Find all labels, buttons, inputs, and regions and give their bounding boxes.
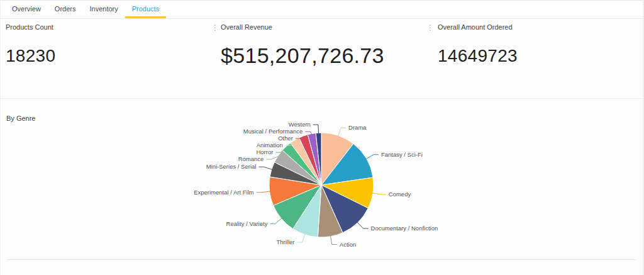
pie-slice-label: Mini-Series / Serial: [206, 163, 257, 170]
dashboard-page: Overview Orders Inventory Products Produ…: [0, 0, 644, 275]
stat-card-overall-amount-ordered: Overall Amount Ordered 14649723: [438, 23, 518, 66]
widget-drag-handle-icon[interactable]: ⋮: [426, 24, 433, 32]
pie-label-leader-line: [366, 155, 379, 159]
pie-label-leader-line: [258, 167, 272, 169]
pie-slice-label: Horror: [256, 149, 273, 155]
pie-slice-label: Action: [340, 241, 356, 248]
pie-slice-label: Fantasy / Sci-Fi: [381, 151, 423, 158]
pie-slice-label: Other: [278, 135, 293, 142]
pie-label-leader-line: [330, 236, 336, 245]
pie-slice-label: Comedy: [389, 191, 411, 198]
tab-bar: Overview Orders Inventory Products: [1, 1, 643, 19]
section-divider: [1, 98, 643, 99]
stat-card-overall-revenue: Overall Revenue $515,207,726.73: [221, 23, 384, 68]
tab-orders[interactable]: Orders: [48, 1, 83, 18]
genre-section-title: By Genre: [6, 115, 35, 122]
stat-value-products-count: 18230: [6, 46, 55, 66]
stat-label-products-count: Products Count: [6, 23, 55, 31]
pie-slice-label: Drama: [348, 124, 367, 131]
stat-label-overall-revenue: Overall Revenue: [221, 23, 384, 31]
stat-label-overall-amount-ordered: Overall Amount Ordered: [438, 23, 518, 31]
pie-label-leader-line: [372, 193, 386, 194]
pie-slice-label: Western: [289, 121, 311, 128]
stat-value-overall-amount-ordered: 14649723: [438, 46, 518, 66]
stat-card-products-count: Products Count 18230: [6, 23, 55, 66]
pie-label-leader-line: [270, 218, 282, 224]
widget-drag-handle-icon[interactable]: ⋮: [211, 24, 218, 32]
pie-label-leader-line: [257, 191, 270, 193]
pie-slice-label: Experimental / Art Film: [194, 189, 254, 196]
pie-slice-label: Romance: [238, 155, 264, 162]
stat-value-overall-revenue: $515,207,726.73: [221, 43, 384, 68]
pie-slice-label: Animation: [257, 142, 283, 149]
tab-inventory[interactable]: Inventory: [82, 1, 125, 18]
genre-pie-chart: DramaFantasy / Sci-FiComedyDocumentary /…: [114, 109, 529, 261]
pie-label-leader-line: [297, 234, 305, 242]
tab-products[interactable]: Products: [125, 1, 166, 18]
pie-slice-label: Documentary / Nonfiction: [371, 225, 438, 232]
bottom-divider: [7, 259, 636, 260]
pie-label-leader-line: [338, 128, 347, 136]
pie-slice-label: Thriller: [276, 239, 294, 245]
pie-label-leader-line: [357, 222, 369, 228]
pie-label-leader-line: [313, 125, 319, 133]
pie-slice-label: Musical / Performance: [243, 128, 303, 135]
tab-overview[interactable]: Overview: [5, 1, 48, 18]
pie-slice-label: Reality / Variety: [226, 220, 268, 227]
